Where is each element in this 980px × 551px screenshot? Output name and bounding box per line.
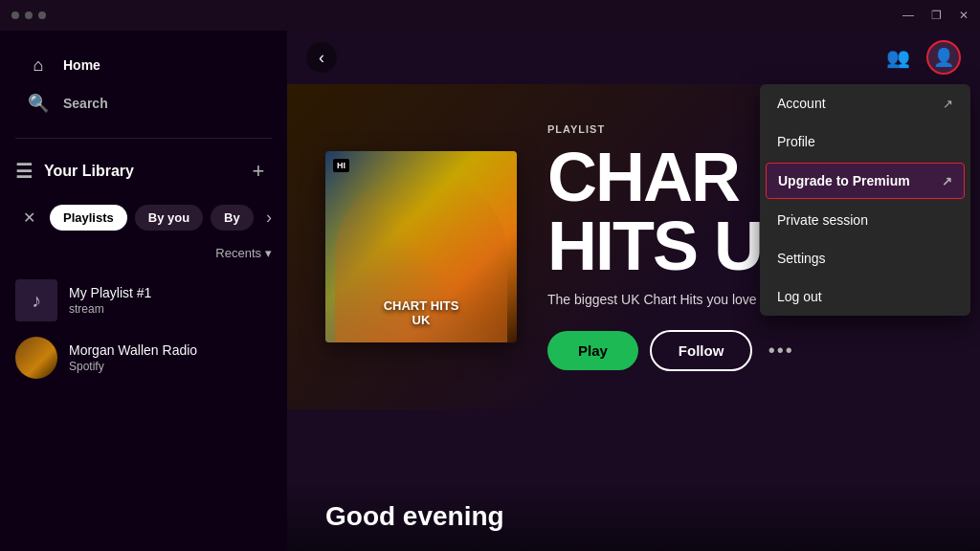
back-button[interactable]: ‹: [306, 42, 337, 73]
dropdown-menu: Account ↗ Profile Upgrade to Premium ↗ P…: [760, 84, 970, 316]
titlebar-dot-3: [38, 11, 46, 19]
dropdown-item-premium[interactable]: Upgrade to Premium ↗: [766, 163, 965, 199]
recents-row: Recents ▾: [0, 238, 287, 268]
minimize-button[interactable]: —: [902, 9, 914, 22]
dropdown-item-account[interactable]: Account ↗: [760, 84, 970, 122]
list-item[interactable]: Morgan Wallen Radio Spotify: [8, 329, 279, 386]
playlist-info-1: My Playlist #1 stream: [69, 285, 151, 316]
playlist-info-2: Morgan Wallen Radio Spotify: [69, 342, 197, 373]
sidebar-home-label: Home: [63, 57, 100, 73]
more-options-button[interactable]: •••: [764, 333, 798, 367]
titlebar-dot-1: [11, 11, 19, 19]
add-library-button[interactable]: +: [245, 158, 272, 185]
sidebar: ⌂ Home 🔍 Search ☰ Your Library + ✕ Playl…: [0, 31, 287, 551]
sidebar-nav: ⌂ Home 🔍 Search: [0, 31, 287, 130]
filter-clear-button[interactable]: ✕: [15, 204, 42, 231]
your-library-header: ☰ Your Library +: [0, 146, 287, 196]
main-topbar: ‹ 👥 👤: [287, 31, 980, 84]
playlist-thumb-mw: [15, 337, 57, 379]
sidebar-item-home[interactable]: ⌂ Home: [15, 46, 272, 84]
user-profile-button[interactable]: 👤: [926, 40, 961, 75]
dropdown-item-settings[interactable]: Settings: [760, 239, 970, 277]
recents-button[interactable]: Recents ▾: [215, 246, 272, 260]
library-title-group: ☰ Your Library: [15, 160, 134, 183]
list-item[interactable]: ♪ My Playlist #1 stream: [8, 272, 279, 329]
album-hi-label: HI: [333, 159, 349, 172]
friends-button[interactable]: 👥: [880, 40, 915, 75]
good-evening-section: Good evening: [287, 482, 980, 551]
titlebar-controls: — ❐ ✕: [902, 9, 969, 22]
recents-chevron-icon: ▾: [265, 246, 272, 260]
sidebar-item-search[interactable]: 🔍 Search: [15, 84, 272, 122]
back-icon: ‹: [319, 48, 324, 68]
titlebar: — ❐ ✕: [0, 0, 980, 31]
your-library-label: Your Library: [44, 163, 134, 180]
search-icon: 🔍: [27, 92, 50, 115]
filter-row: ✕ Playlists By you By ›: [0, 196, 287, 238]
titlebar-dot-2: [25, 11, 33, 19]
titlebar-dots: [11, 11, 46, 19]
library-icon: ☰: [15, 160, 33, 183]
playlist-name-2: Morgan Wallen Radio: [69, 342, 197, 358]
dropdown-item-profile[interactable]: Profile: [760, 122, 970, 161]
sidebar-search-label: Search: [63, 96, 108, 111]
hero-actions: Play Follow •••: [547, 330, 942, 371]
playlist-name-1: My Playlist #1: [69, 285, 151, 300]
dropdown-logout-label: Log out: [777, 289, 822, 304]
play-button[interactable]: Play: [547, 331, 638, 370]
good-evening-text: Good evening: [325, 501, 504, 531]
dropdown-settings-label: Settings: [777, 251, 826, 266]
filter-by-button[interactable]: By: [211, 205, 254, 231]
main-content: ‹ 👥 👤 HI CHART HITSUK: [287, 31, 980, 551]
playlist-sub-2: Spotify: [69, 360, 197, 373]
playlist-list: ♪ My Playlist #1 stream Morgan Wallen Ra…: [0, 268, 287, 390]
follow-button[interactable]: Follow: [650, 330, 753, 371]
recents-label: Recents: [215, 246, 261, 260]
playlist-thumb-note: ♪: [15, 279, 57, 321]
dropdown-item-logout[interactable]: Log out: [760, 277, 970, 316]
friends-icon: 👥: [886, 46, 910, 69]
topbar-right: 👥 👤: [880, 40, 961, 75]
external-link-icon: ↗: [943, 97, 953, 111]
home-icon: ⌂: [27, 54, 50, 77]
filter-by-you-button[interactable]: By you: [135, 205, 203, 231]
dropdown-profile-label: Profile: [777, 134, 815, 149]
dropdown-account-label: Account: [777, 96, 826, 111]
filter-chevron-icon[interactable]: ›: [266, 208, 272, 228]
filter-playlists-button[interactable]: Playlists: [50, 205, 127, 231]
album-art: HI CHART HITSUK: [325, 151, 517, 342]
close-button[interactable]: ✕: [959, 9, 969, 22]
dropdown-item-private-session[interactable]: Private session: [760, 201, 970, 239]
app-layout: ⌂ Home 🔍 Search ☰ Your Library + ✕ Playl…: [0, 31, 980, 551]
user-icon: 👤: [933, 47, 954, 68]
album-title-text: CHART HITSUK: [384, 298, 459, 327]
maximize-button[interactable]: ❐: [931, 9, 942, 22]
playlist-sub-1: stream: [69, 302, 151, 316]
premium-external-icon: ↗: [942, 174, 952, 188]
sidebar-divider: [15, 138, 272, 139]
dropdown-premium-label: Upgrade to Premium: [778, 173, 910, 188]
dropdown-private-session-label: Private session: [777, 212, 868, 228]
